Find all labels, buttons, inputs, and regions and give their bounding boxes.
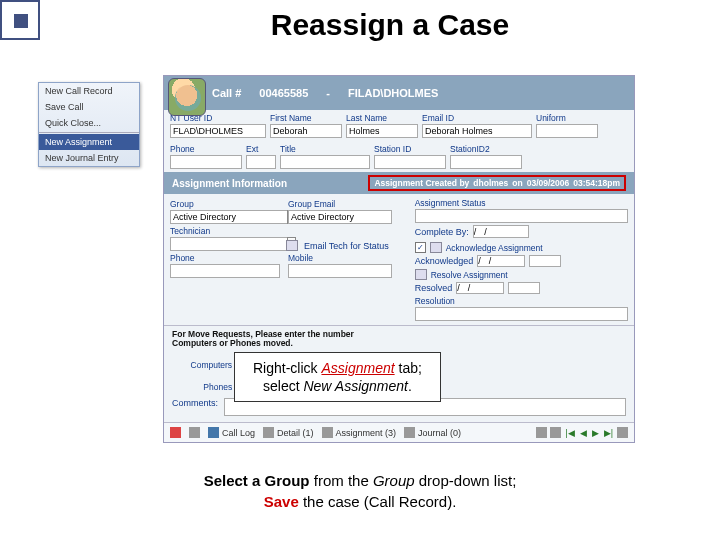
tab-assignment[interactable]: Assignment (3) <box>322 427 397 438</box>
ackd-label: Acknowledged <box>415 256 474 266</box>
ackd-date[interactable] <box>477 255 525 267</box>
status-input[interactable] <box>415 209 628 223</box>
aphone-input[interactable] <box>170 264 280 278</box>
menu-save-call[interactable]: Save Call <box>39 99 139 115</box>
user-avatar-icon <box>168 78 206 116</box>
ext-input[interactable] <box>246 155 276 169</box>
footer-instruction: Select a Group from the Group drop-down … <box>0 470 720 512</box>
tab-detail[interactable]: Detail (1) <box>263 427 314 438</box>
page-title: Reassign a Case <box>100 8 680 42</box>
menu-quick-close[interactable]: Quick Close... <box>39 115 139 131</box>
assignment-section-bar: Assignment Information Assignment Create… <box>164 172 634 194</box>
emailtech-label: Email Tech for Status <box>304 241 389 251</box>
menu-new-call[interactable]: New Call Record <box>39 83 139 99</box>
tech-label: Technician <box>170 226 280 236</box>
record-nav: |◀ ◀ ▶ ▶| <box>536 427 628 438</box>
group-label: Group <box>170 199 280 209</box>
complete-date[interactable] <box>473 225 529 238</box>
pin-icon <box>189 427 200 438</box>
pencil-icon[interactable] <box>415 269 427 280</box>
calllog-icon <box>208 427 219 438</box>
last-input[interactable] <box>346 124 418 138</box>
instruction-callout: Right-click Assignment tab; select New A… <box>234 352 441 402</box>
instruction-new-assignment: New Assignment <box>303 378 408 394</box>
tab-journal[interactable]: Journal (0) <box>404 427 461 438</box>
gemail-input[interactable] <box>288 210 392 224</box>
menu-new-journal[interactable]: New Journal Entry <box>39 150 139 166</box>
tab-call-log[interactable]: Call Log <box>208 427 255 438</box>
user-row-2: Phone Ext Title Station ID StationID2 <box>164 141 634 172</box>
resolved-label: Resolved <box>415 283 453 293</box>
header-sep: - <box>326 87 330 99</box>
slide-corner-decoration <box>0 0 40 40</box>
detail-icon <box>263 427 274 438</box>
call-num-label: Call # <box>212 87 241 99</box>
resolution-input[interactable] <box>415 307 628 321</box>
header-user: FILAD\DHOLMES <box>348 87 438 99</box>
station-input[interactable] <box>374 155 446 169</box>
bottom-tab-bar: Call Log Detail (1) Assignment (3) Journ… <box>164 422 634 442</box>
call-header: Call # 00465585 - FILAD\DHOLMES <box>164 76 634 110</box>
created-by-box: Assignment Created by dholmes on 03/09/2… <box>368 175 626 191</box>
comments-label: Comments: <box>172 398 218 408</box>
resolved-time[interactable] <box>508 282 540 294</box>
first-input[interactable] <box>270 124 342 138</box>
flag-icon <box>430 242 442 253</box>
ackd-time[interactable] <box>529 255 561 267</box>
context-menu: New Call Record Save Call Quick Close...… <box>38 82 140 167</box>
assignment-icon <box>322 427 333 438</box>
title-label: Title <box>280 144 370 154</box>
section-title: Assignment Information <box>172 178 287 189</box>
uniform-input[interactable] <box>536 124 598 138</box>
nav-next[interactable]: ▶ <box>591 428 600 438</box>
user-row-1: NT User ID First Name Last Name Email ID… <box>164 110 634 141</box>
nav-first[interactable]: |◀ <box>564 428 575 438</box>
station-label: Station ID <box>374 144 446 154</box>
station2-input[interactable] <box>450 155 522 169</box>
last-label: Last Name <box>346 113 418 123</box>
mobile-input[interactable] <box>288 264 392 278</box>
tech-dropdown[interactable]: ▼ <box>170 237 280 251</box>
group-dropdown[interactable]: ▼ <box>170 210 280 224</box>
complete-label: Complete By: <box>415 227 469 237</box>
nav-prev[interactable]: ◀ <box>579 428 588 438</box>
station2-label: StationID2 <box>450 144 522 154</box>
ack-checkbox[interactable]: ✓ <box>415 242 426 253</box>
resize-icon[interactable] <box>617 427 628 438</box>
move-note-2: Computers or Phones moved. <box>172 339 626 348</box>
assignment-body: Group ▼ Group Email Technician ▼ Email T… <box>164 194 634 323</box>
ext-label: Ext <box>246 144 276 154</box>
email-input[interactable] <box>422 124 532 138</box>
aphone-label: Phone <box>170 253 280 263</box>
menu-new-assignment[interactable]: New Assignment <box>39 134 139 150</box>
grid-icon[interactable] <box>536 427 547 438</box>
uniform-label: Uniform <box>536 113 598 123</box>
call-num: 00465585 <box>259 87 308 99</box>
mobile-label: Mobile <box>288 253 392 263</box>
mail-icon[interactable] <box>286 240 298 251</box>
journal-icon <box>404 427 415 438</box>
grid2-icon[interactable] <box>550 427 561 438</box>
resolution-label: Resolution <box>415 296 628 306</box>
phone-input[interactable] <box>170 155 242 169</box>
phone-label: Phone <box>170 144 242 154</box>
ntid-input[interactable] <box>170 124 266 138</box>
ack-label: Acknowledge Assignment <box>446 243 543 253</box>
resolve-label: Resolve Assignment <box>431 270 508 280</box>
app-icon <box>170 427 181 438</box>
nav-last[interactable]: ▶| <box>603 428 614 438</box>
resolved-date[interactable] <box>456 282 504 294</box>
status-label: Assignment Status <box>415 198 628 208</box>
gemail-label: Group Email <box>288 199 392 209</box>
email-label: Email ID <box>422 113 532 123</box>
title-input[interactable] <box>280 155 370 169</box>
first-label: First Name <box>270 113 342 123</box>
instruction-assignment: Assignment <box>321 360 394 376</box>
